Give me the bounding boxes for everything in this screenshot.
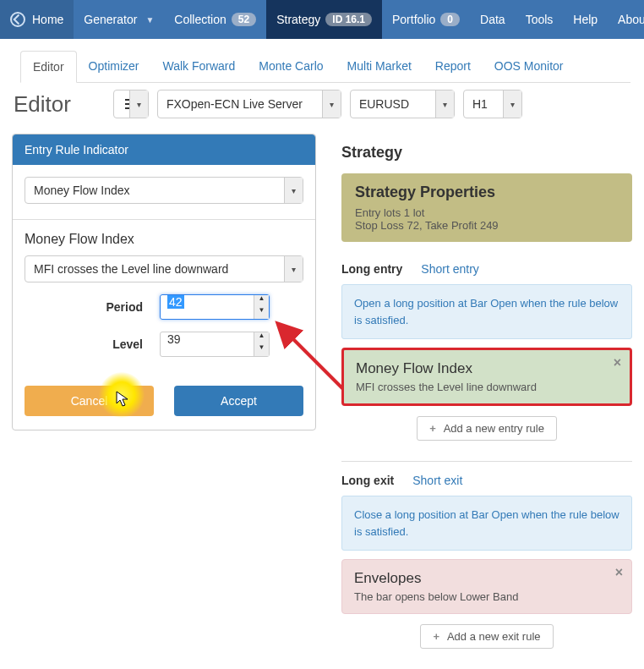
tab-short-entry[interactable]: Short entry	[421, 262, 478, 276]
add-entry-rule-button[interactable]: + Add a new entry rule	[417, 416, 557, 441]
portfolio-badge: 0	[440, 13, 460, 26]
tab-long-exit[interactable]: Long exit	[341, 474, 394, 487]
condition-select[interactable]: MFI crosses the Level line downward ▾	[25, 255, 303, 282]
tab-oos-monitor[interactable]: OOS Monitor	[483, 51, 576, 82]
chevron-down-icon: ▾	[284, 256, 303, 282]
period-value: 42	[167, 295, 184, 309]
tab-multi-market[interactable]: Multi Market	[336, 51, 423, 82]
cancel-button[interactable]: Cancel	[25, 386, 154, 416]
chevron-down-icon: ▾	[435, 90, 454, 118]
nav-portfolio-label: Portfolio	[392, 13, 435, 26]
exit-rule-sub: The bar opens below Lower Band	[354, 590, 619, 603]
nav-generator[interactable]: Generator ▼	[74, 0, 164, 39]
level-value: 39	[167, 332, 181, 346]
chevron-down-icon: ▾	[129, 90, 148, 118]
close-icon[interactable]: ×	[614, 355, 621, 370]
strategy-properties-card[interactable]: Strategy Properties Entry lots 1 lot Sto…	[341, 173, 632, 242]
nav-help[interactable]: Help	[563, 0, 608, 39]
entry-rule-sub: MFI crosses the Level line downward	[356, 381, 618, 393]
entry-rule-card[interactable]: × Money Flow Index MFI crosses the Level…	[341, 348, 632, 406]
nav-help-label: Help	[573, 13, 598, 26]
timeframe-select-value: H1	[472, 97, 488, 111]
page-title: Editor	[14, 91, 71, 118]
nav-home-label: Home	[32, 13, 63, 26]
strategy-heading: Strategy	[341, 144, 632, 162]
nav-tools[interactable]: Tools	[516, 0, 564, 39]
chevron-down-icon: ▼	[145, 15, 154, 25]
level-spinner[interactable]: ▲▼	[254, 332, 269, 356]
period-spinner[interactable]: ▲▼	[254, 295, 269, 319]
nav-portfolio[interactable]: Portfolio 0	[382, 0, 470, 39]
nav-collection[interactable]: Collection 52	[164, 0, 266, 39]
menu-button[interactable]: ▾	[113, 90, 149, 118]
nav-collection-label: Collection	[174, 13, 226, 26]
strategy-properties-line1: Entry lots 1 lot	[355, 206, 619, 219]
nav-data-label: Data	[480, 13, 505, 26]
nav-home[interactable]: Home	[0, 0, 74, 39]
exit-rule-title: Envelopes	[354, 570, 619, 587]
condition-select-value: MFI crosses the Level line downward	[34, 262, 228, 276]
panel-header: Entry Rule Indicator	[13, 134, 315, 165]
chevron-down-icon: ▾	[322, 90, 341, 118]
nav-about-label: About	[618, 13, 644, 26]
add-entry-rule-label: Add a new entry rule	[444, 422, 544, 435]
top-nav: Home Generator ▼ Collection 52 Strategy …	[0, 0, 644, 39]
tab-editor[interactable]: Editor	[20, 51, 77, 83]
tab-short-exit[interactable]: Short exit	[412, 474, 462, 487]
close-icon[interactable]: ×	[615, 565, 623, 580]
tab-walk-forward[interactable]: Walk Forward	[150, 51, 247, 82]
nav-about[interactable]: About	[608, 0, 644, 39]
server-select-value: FXOpen-ECN Live Server	[166, 97, 303, 111]
chevron-down-icon: ▾	[284, 178, 303, 203]
symbol-select-value: EURUSD	[359, 97, 409, 111]
tab-report[interactable]: Report	[423, 51, 483, 82]
accept-button[interactable]: Accept	[174, 386, 303, 416]
entry-rule-panel: Entry Rule Indicator Money Flow Index ▾ …	[12, 134, 316, 430]
nav-strategy[interactable]: Strategy ID 16.1	[266, 0, 382, 39]
plus-icon: +	[429, 422, 436, 435]
strategy-properties-title: Strategy Properties	[355, 184, 619, 201]
long-entry-description: Open a long position at Bar Open when th…	[341, 284, 632, 339]
nav-data[interactable]: Data	[470, 0, 516, 39]
nav-tools-label: Tools	[526, 13, 554, 26]
tab-optimizer[interactable]: Optimizer	[77, 51, 151, 82]
exit-rule-card[interactable]: × Envelopes The bar opens below Lower Ba…	[341, 559, 632, 614]
section-title: Money Flow Index	[25, 232, 303, 247]
nav-generator-label: Generator	[84, 13, 137, 26]
symbol-select[interactable]: EURUSD ▾	[350, 90, 455, 118]
back-icon	[10, 12, 25, 27]
server-select[interactable]: FXOpen-ECN Live Server ▾	[157, 90, 341, 118]
collection-badge: 52	[232, 13, 256, 26]
timeframe-select[interactable]: H1 ▾	[463, 90, 522, 118]
long-exit-description: Close a long position at Bar Open when t…	[341, 496, 632, 551]
indicator-select-value: Money Flow Index	[34, 184, 130, 197]
editor-bar: Editor ▾ FXOpen-ECN Live Server ▾ EURUSD…	[0, 83, 644, 129]
nav-strategy-label: Strategy	[276, 13, 320, 26]
exit-tabs: Long exit Short exit	[341, 474, 632, 487]
tab-monte-carlo[interactable]: Monte Carlo	[247, 51, 335, 82]
strategy-badge: ID 16.1	[325, 13, 372, 26]
period-label: Period	[25, 300, 160, 314]
indicator-select[interactable]: Money Flow Index ▾	[25, 177, 303, 204]
strategy-properties-line2: Stop Loss 72, Take Profit 249	[355, 219, 619, 232]
add-exit-rule-button[interactable]: + Add a new exit rule	[420, 624, 553, 649]
plus-icon: +	[433, 630, 439, 643]
sub-tabs: Editor Optimizer Walk Forward Monte Carl…	[20, 51, 630, 83]
entry-rule-title: Money Flow Index	[356, 360, 618, 377]
entry-tabs: Long entry Short entry	[341, 262, 632, 276]
chevron-down-icon: ▾	[503, 90, 521, 118]
level-label: Level	[25, 337, 160, 351]
add-exit-rule-label: Add a new exit rule	[447, 630, 541, 643]
tab-long-entry[interactable]: Long entry	[341, 262, 402, 276]
